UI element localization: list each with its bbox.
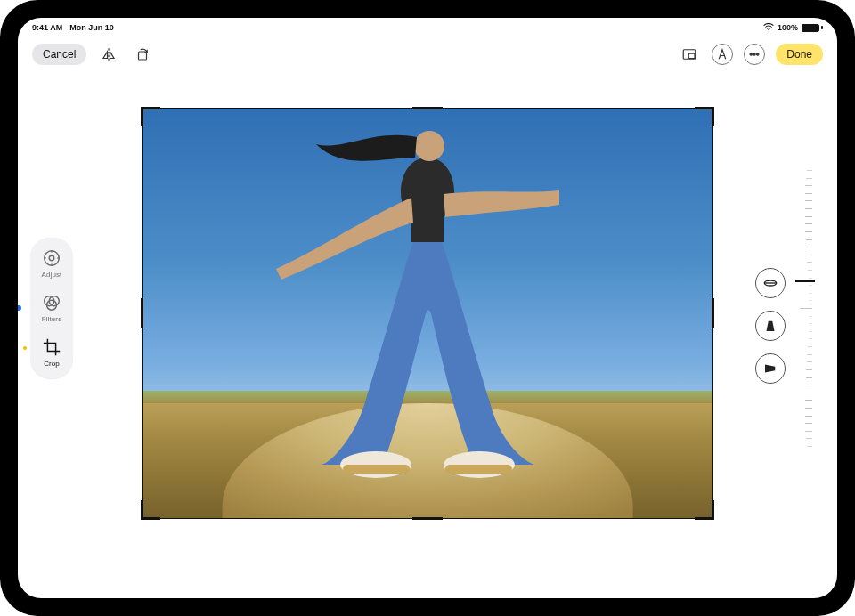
- filters-label: Filters: [42, 315, 61, 323]
- battery-percent: 100%: [778, 23, 798, 32]
- vertical-perspective-button[interactable]: [755, 311, 786, 341]
- photo-subject: [142, 109, 712, 518]
- crop-handle-bottom[interactable]: [412, 517, 443, 520]
- dial-pointer[interactable]: [795, 280, 815, 282]
- status-date: Mon Jun 10: [69, 23, 114, 32]
- horizontal-perspective-button[interactable]: [755, 353, 786, 384]
- sidebar-item-filters[interactable]: Filters: [30, 293, 73, 323]
- sidebar-item-crop[interactable]: Crop: [30, 337, 73, 368]
- crop-handle-top-right[interactable]: [695, 107, 714, 126]
- svg-point-0: [768, 28, 769, 29]
- straighten-icon: [762, 275, 778, 291]
- crop-handle-bottom-right[interactable]: [695, 500, 714, 520]
- filters-icon: [42, 293, 61, 312]
- crop-handle-right[interactable]: [712, 298, 714, 328]
- straighten-button[interactable]: [755, 268, 786, 298]
- done-button[interactable]: Done: [776, 44, 823, 65]
- sidebar-item-adjust[interactable]: Adjust: [30, 248, 73, 279]
- cancel-button[interactable]: Cancel: [32, 44, 86, 65]
- straighten-dial[interactable]: [794, 170, 812, 446]
- status-bar: 9:41 AM Mon Jun 10 100%: [18, 18, 837, 36]
- crop-handle-top-left[interactable]: [141, 107, 160, 126]
- vertical-perspective-icon: [762, 318, 778, 334]
- svg-rect-3: [689, 53, 696, 58]
- crop-frame[interactable]: [142, 109, 712, 518]
- svg-rect-18: [445, 465, 512, 474]
- crop-icon: [42, 337, 61, 357]
- svg-rect-17: [343, 465, 410, 474]
- canvas: [125, 82, 730, 545]
- crop-handle-left[interactable]: [141, 298, 143, 328]
- photo-preview: [142, 109, 712, 518]
- device-bezel: 9:41 AM Mon Jun 10 100% Cancel: [0, 0, 855, 616]
- svg-rect-2: [684, 50, 696, 60]
- aspect-ratio-icon[interactable]: [678, 43, 701, 66]
- wifi-icon: [763, 23, 774, 33]
- crop-handle-bottom-left[interactable]: [141, 500, 160, 520]
- selection-indicator: [18, 305, 21, 311]
- status-time: 9:41 AM: [32, 23, 62, 32]
- markup-icon[interactable]: [712, 44, 733, 65]
- crop-handle-top[interactable]: [412, 107, 443, 109]
- svg-point-6: [757, 53, 759, 55]
- svg-point-5: [753, 53, 755, 55]
- svg-point-8: [49, 255, 54, 261]
- adjust-icon: [42, 248, 61, 268]
- screen: 9:41 AM Mon Jun 10 100% Cancel: [18, 18, 837, 598]
- rotate-icon[interactable]: [131, 43, 154, 66]
- horizontal-perspective-icon: [762, 361, 778, 377]
- svg-point-7: [45, 251, 60, 266]
- straighten-controls: [755, 170, 812, 446]
- flip-horizontal-icon[interactable]: [97, 43, 120, 66]
- editor-toolbar: Cancel Done: [18, 37, 837, 71]
- battery-icon: [802, 24, 823, 32]
- more-icon[interactable]: [744, 44, 765, 65]
- adjust-label: Adjust: [42, 271, 62, 279]
- svg-point-14: [414, 131, 444, 161]
- edit-mode-sidebar: Adjust Filters Crop: [30, 238, 73, 378]
- svg-point-4: [750, 53, 752, 55]
- crop-label: Crop: [44, 360, 60, 368]
